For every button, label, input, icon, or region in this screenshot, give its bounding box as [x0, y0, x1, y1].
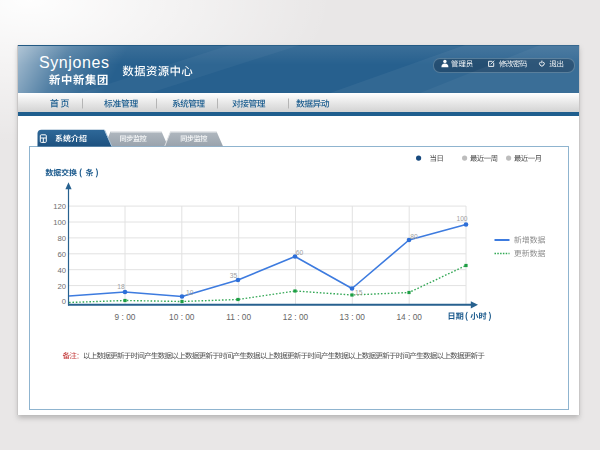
svg-text:18: 18 — [117, 283, 125, 290]
svg-text:15: 15 — [355, 289, 363, 296]
svg-text:35: 35 — [230, 272, 238, 279]
svg-text:20: 20 — [57, 282, 66, 291]
svg-text:100: 100 — [456, 215, 467, 222]
svg-text:100: 100 — [53, 218, 66, 227]
svg-text:60: 60 — [296, 249, 304, 256]
svg-text:0: 0 — [62, 297, 66, 306]
svg-text:80: 80 — [410, 233, 418, 240]
svg-text:80: 80 — [57, 234, 66, 243]
svg-text:14 : 00: 14 : 00 — [397, 312, 423, 322]
svg-text:40: 40 — [57, 266, 66, 275]
svg-text:12 : 00: 12 : 00 — [283, 312, 309, 322]
svg-text:13 : 00: 13 : 00 — [340, 312, 366, 322]
svg-text:9 : 00: 9 : 00 — [115, 312, 136, 322]
svg-text:10: 10 — [186, 289, 194, 296]
svg-text:120: 120 — [53, 202, 66, 211]
svg-text:Synjones: Synjones — [39, 54, 110, 71]
svg-text:11 : 00: 11 : 00 — [226, 312, 251, 322]
svg-text:60: 60 — [57, 250, 66, 259]
svg-text:10 : 00: 10 : 00 — [169, 312, 195, 322]
